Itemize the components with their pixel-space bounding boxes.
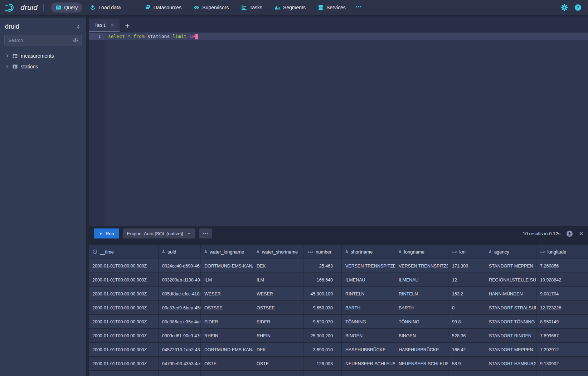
column-header-water-shortname[interactable]: Awater_shortname [253, 245, 304, 259]
cell-uuid[interactable]: 00e386ac-e35c-4a6e-80 [159, 315, 201, 328]
column-header-shortname[interactable]: Ashortname [342, 245, 395, 259]
cell-km[interactable]: 528.36 [448, 329, 485, 342]
cell-water-longname[interactable]: OSTSEE [201, 301, 253, 314]
cell-shortname[interactable]: RINTELN [342, 287, 395, 300]
cell-uuid[interactable] [159, 371, 201, 376]
cell-uuid[interactable]: 04790e03-4353-4e80-be [159, 357, 201, 370]
nav-more-button[interactable] [352, 2, 365, 13]
cell-water-longname[interactable]: DORTMUND-EMS-KANAL [201, 259, 253, 273]
cell-water-longname[interactable]: EIDER [201, 315, 253, 328]
column-header--time[interactable]: __time [89, 245, 159, 259]
cell-agency[interactable]: STANDORT STRALSUND [485, 301, 536, 314]
cell-longname[interactable]: VERSEN TRENNSPITZE [395, 259, 448, 273]
cell-shortname[interactable]: BARTH [342, 301, 395, 314]
sql-editor[interactable]: 1 select * from stations limit 10 [89, 32, 588, 226]
cell--time[interactable]: 2000-01-01T00:00:00.000Z [89, 259, 159, 273]
cell-uuid[interactable]: 0309cd61-90c9-470e-99 [159, 329, 201, 342]
nav-item-services[interactable]: Services [314, 3, 350, 13]
cell-water-shortname[interactable]: ILM [253, 273, 304, 286]
cell-longitude[interactable]: 7.292912 [536, 343, 588, 356]
cell-uuid[interactable]: 005dfdae-efcc-410a-bf1 [159, 287, 201, 300]
cell-water-shortname[interactable]: DEK [253, 343, 304, 356]
cell-shortname[interactable]: HASEHUBBRÜCKE [342, 343, 395, 356]
cell--time[interactable]: 2000-01-01T00:00:00.000Z [89, 329, 159, 342]
cell-km[interactable]: 0 [448, 301, 485, 314]
cell-number[interactable]: 9,520,070 [304, 315, 342, 328]
column-header-longname[interactable]: Alongname [395, 245, 448, 259]
cell-number[interactable]: 126,003 [304, 357, 342, 370]
cell-number[interactable] [304, 371, 342, 376]
cell--time[interactable]: 2000-01-01T00:00:00.000Z [89, 343, 159, 356]
cell-water-longname[interactable]: ILM [201, 273, 253, 286]
cell-agency[interactable]: STANDORT MEPPEN [485, 343, 536, 356]
cell-water-longname[interactable] [201, 371, 253, 376]
druid-brand[interactable]: druid [5, 3, 38, 13]
cell-km[interactable]: 163.2 [448, 287, 485, 300]
cell-agency[interactable]: STANDORT BINGEN [485, 329, 536, 342]
column-header-number[interactable]: 123number [304, 245, 342, 259]
cell-agency[interactable]: REGIONALSTELLE SUHL [485, 273, 536, 286]
cell--time[interactable] [89, 371, 159, 376]
nav-item-segments[interactable]: Segments [270, 3, 310, 13]
nav-item-query[interactable]: Query [51, 3, 82, 13]
cell-water-longname[interactable]: WESER [201, 287, 253, 300]
cell-number[interactable]: 45,900,109 [304, 287, 342, 300]
cell-shortname[interactable]: ILMENAU [342, 273, 395, 286]
cell-number[interactable]: 9,650,030 [304, 301, 342, 314]
column-header-water-longname[interactable]: Awater_longname [201, 245, 253, 259]
close-results-icon[interactable] [579, 231, 584, 236]
cell--time[interactable]: 2000-01-01T00:00:00.000Z [89, 357, 159, 370]
cell-number[interactable]: 25,463 [304, 259, 342, 273]
cell-longname[interactable]: NEUENSEER SCHLEUSEN [395, 357, 448, 370]
cell-longname[interactable]: BARTH [395, 301, 448, 314]
cell-km[interactable]: 99.8 [448, 315, 485, 328]
cell-number[interactable]: 3,690,010 [304, 343, 342, 356]
nav-item-supervisors[interactable]: Supervisors [189, 3, 233, 13]
cell-water-shortname[interactable]: WESER [253, 287, 304, 300]
query-more-button[interactable] [199, 228, 212, 238]
cell-shortname[interactable] [342, 371, 395, 376]
cell-uuid[interactable]: 00c33ed9-6bea-45b4-87 [159, 301, 201, 314]
cell-longitude[interactable]: 9.081704 [536, 287, 588, 300]
cell-agency[interactable]: STANDORT TÖNNING [485, 315, 536, 328]
cell-longitude[interactable] [536, 371, 588, 376]
column-header-uuid[interactable]: Auuid [159, 245, 201, 259]
cell--time[interactable]: 2000-01-01T00:00:00.000Z [89, 301, 159, 314]
cell-water-shortname[interactable] [253, 371, 304, 376]
cell-water-longname[interactable]: RHEIN [201, 329, 253, 342]
cell-shortname[interactable]: BINGEN [342, 329, 395, 342]
cell-uuid[interactable]: 0024cc40-d690-468d-84 [159, 259, 201, 273]
column-header-km[interactable]: 1.0km [448, 245, 485, 259]
cell-water-longname[interactable]: DORTMUND-EMS-KANAL [201, 343, 253, 356]
cell-longitude[interactable]: 7.260856 [536, 259, 588, 273]
cell--time[interactable]: 2000-01-01T00:00:00.000Z [89, 287, 159, 300]
cell-longname[interactable] [395, 371, 448, 376]
cell-number[interactable]: 166,640 [304, 273, 342, 286]
column-header-longitude[interactable]: 1.0longitude [536, 245, 588, 259]
cell-km[interactable]: 12 [448, 273, 485, 286]
cell-water-shortname[interactable]: OSTE [253, 357, 304, 370]
cell-water-shortname[interactable]: DEK [253, 259, 304, 273]
cell-shortname[interactable]: TÖNNING [342, 315, 395, 328]
close-icon[interactable] [110, 23, 115, 27]
cell-km[interactable]: 58.9 [448, 357, 485, 370]
cell-longitude[interactable]: 12.723226 [536, 301, 588, 314]
nav-item-load-data[interactable]: Load data [86, 3, 125, 13]
cell-uuid[interactable]: 04572010-1db2-4338-85 [159, 343, 201, 356]
cell--time[interactable]: 2000-01-01T00:00:00.000Z [89, 315, 159, 328]
cell-water-shortname[interactable]: RHEIN [253, 329, 304, 342]
engine-select[interactable]: Engine: Auto [SQL (native)] [123, 228, 195, 238]
cell-shortname[interactable]: VERSEN TRENNSPITZE [342, 259, 395, 273]
cell-longitude[interactable]: 8.950149 [536, 315, 588, 328]
plus-icon[interactable] [125, 23, 130, 29]
sort-icon[interactable] [76, 24, 81, 30]
search-input[interactable] [8, 38, 73, 43]
gear-icon[interactable] [561, 4, 568, 11]
help-icon[interactable]: ? [574, 4, 582, 11]
cell-km[interactable]: 171.309 [448, 259, 485, 273]
cell-water-longname[interactable]: OSTE [201, 357, 253, 370]
cell-agency[interactable]: STANDORT MEPPEN [485, 259, 536, 273]
download-icon[interactable] [566, 230, 573, 237]
column-header-agency[interactable]: Aagency [485, 245, 536, 259]
nav-item-tasks[interactable]: Tasks [237, 3, 267, 13]
